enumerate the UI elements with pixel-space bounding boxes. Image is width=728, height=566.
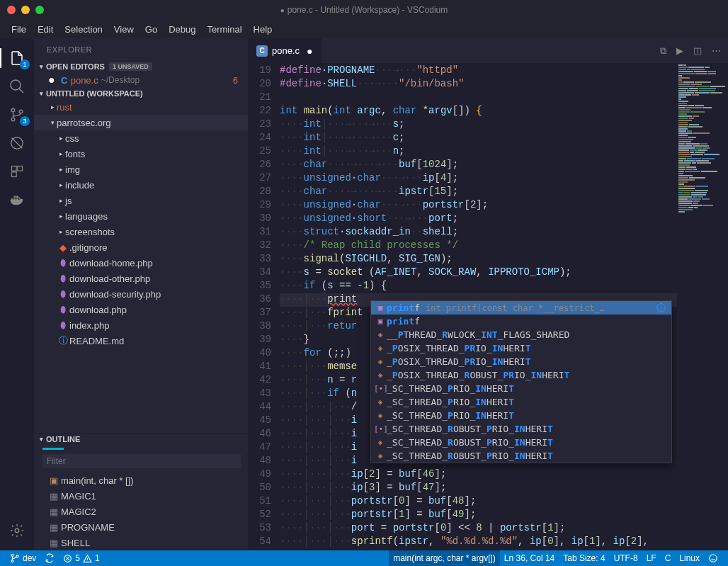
folder-rust[interactable]: ▸ rust <box>34 99 248 115</box>
folder-languages[interactable]: ▸languages <box>34 208 248 224</box>
folder-include[interactable]: ▸include <box>34 177 248 193</box>
open-editors-header[interactable]: ▾ OPEN EDITORS 1 UNSAVED <box>34 61 248 72</box>
outline-item-shell[interactable]: ▦SHELL <box>34 535 248 550</box>
menu-help[interactable]: Help <box>248 24 278 35</box>
minimap[interactable] <box>677 63 728 550</box>
menu-view[interactable]: View <box>108 24 140 35</box>
method-icon: ▣ <box>50 475 61 486</box>
menu-debug[interactable]: Debug <box>163 24 201 35</box>
close-window-button[interactable] <box>7 6 16 14</box>
folder-fonts[interactable]: ▸fonts <box>34 146 248 162</box>
activity-docker[interactable] <box>0 186 34 214</box>
maximize-window-button[interactable] <box>35 6 44 14</box>
autocomplete-popup[interactable]: ▣printfint printf(const char *__restrict… <box>370 300 672 463</box>
autocomplete-item[interactable]: ◈_POSIX_THREAD_ROBUST_PRIO_INHERIT <box>371 368 671 382</box>
php-icon: ⬮ <box>57 257 69 268</box>
autocomplete-item[interactable]: [∙]_SC_THREAD_ROBUST_PRIO_INHERIT <box>371 422 671 436</box>
info-icon[interactable]: ⓘ <box>654 302 669 315</box>
status-branch[interactable]: dev <box>6 550 40 566</box>
code-view[interactable]: #define·PROGNAME···→···"httpd" #define·S… <box>280 63 677 550</box>
autocomplete-item[interactable]: ◈_POSIX_THREAD_PRIO_INHERIT <box>371 341 671 355</box>
menu-selection[interactable]: Selection <box>59 24 108 35</box>
compare-icon[interactable]: ⧉ <box>660 45 666 57</box>
split-icon[interactable]: ◫ <box>693 45 702 57</box>
method-icon: ▣ <box>374 303 387 312</box>
autocomplete-item[interactable]: ◈_SC_THREAD_PRIO_INHERIT <box>371 409 671 422</box>
activity-extensions[interactable] <box>0 157 34 186</box>
chevron-right-icon: ▸ <box>48 103 57 111</box>
outline-item-magic1[interactable]: ▦MAGIC1 <box>34 488 248 504</box>
tab-bar: C pone.c ● ⧉ ▶ ◫ ⋯ <box>248 38 728 63</box>
open-editor-item[interactable]: ● C pone.c ~/Desktop 6 <box>34 72 248 88</box>
folder-css[interactable]: ▸css <box>34 130 248 146</box>
outline-item-magic2[interactable]: ▦MAGIC2 <box>34 504 248 519</box>
svg-point-11 <box>11 560 13 562</box>
menu-edit[interactable]: Edit <box>32 24 59 35</box>
outline-filter-input[interactable] <box>42 454 241 468</box>
sidebar: EXPLORER ▾ OPEN EDITORS 1 UNSAVED ● C po… <box>34 38 248 550</box>
outline-item-progname[interactable]: ▦PROGNAME <box>34 519 248 535</box>
status-position[interactable]: Ln 36, Col 14 <box>500 550 559 566</box>
activity-settings[interactable] <box>0 516 34 545</box>
folder-screenshots[interactable]: ▸screenshots <box>34 224 248 239</box>
autocomplete-item[interactable]: ◈_SC_THREAD_ROBUST_PRIO_INHERIT <box>371 436 671 449</box>
chevron-down-icon: ▾ <box>40 436 43 443</box>
file-readme[interactable]: ⓘREADME.md <box>34 333 248 349</box>
file-index[interactable]: ⬮index.php <box>34 317 248 333</box>
autocomplete-item[interactable]: [∙]_SC_THREAD_PRIO_INHERIT <box>371 382 671 395</box>
autocomplete-item[interactable]: ◈_POSIX_THREAD_PRIO_INHERIT <box>371 355 671 368</box>
outline-item-main[interactable]: ▣main(int, char * []) <box>34 472 248 488</box>
activity-debug[interactable] <box>0 129 34 157</box>
svg-point-9 <box>15 528 19 533</box>
folder-parrotsec[interactable]: ▾ parrotsec.org <box>34 115 248 130</box>
status-eol[interactable]: LF <box>642 550 661 566</box>
status-scope[interactable]: main(int argc, char * argv[]) <box>389 550 500 566</box>
file-gitignore[interactable]: ◆.gitignore <box>34 239 248 255</box>
editor-body[interactable]: 1920212223242526272829303132333435363738… <box>248 63 728 550</box>
file-download-security[interactable]: ⬮download-security.php <box>34 286 248 302</box>
menu-go[interactable]: Go <box>140 24 163 35</box>
tab-pone-c[interactable]: C pone.c ● <box>248 38 322 63</box>
php-icon: ⬮ <box>57 304 69 315</box>
activity-explorer[interactable]: 1 <box>0 44 34 72</box>
run-icon[interactable]: ▶ <box>676 45 683 57</box>
more-icon[interactable]: ⋯ <box>712 45 721 57</box>
autocomplete-item[interactable]: ▣printf <box>371 315 671 328</box>
status-feedback[interactable] <box>704 550 722 566</box>
status-os[interactable]: Linux <box>675 550 704 566</box>
workspace-header[interactable]: ▾ UNTITLED (WORKSPACE) <box>34 88 248 99</box>
autocomplete-item[interactable]: ◈_SC_THREAD_PRIO_INHERIT <box>371 395 671 409</box>
outline-header[interactable]: ▾ OUTLINE <box>34 434 248 445</box>
constant-icon: ▦ <box>50 491 61 502</box>
status-encoding[interactable]: UTF-8 <box>610 550 642 566</box>
status-indent[interactable]: Tab Size: 4 <box>559 550 609 566</box>
menu-terminal[interactable]: Terminal <box>201 24 247 35</box>
svg-point-10 <box>11 554 13 556</box>
constant-icon: ◈ <box>374 411 387 420</box>
status-lang[interactable]: C <box>661 550 676 566</box>
svg-point-2 <box>11 108 15 112</box>
extensions-icon <box>10 164 24 179</box>
autocomplete-item[interactable]: ◈__PTHREAD_RWLOCK_INT_FLAGS_SHARED <box>371 328 671 341</box>
autocomplete-item[interactable]: ◈_SC_THREAD_ROBUST_PRIO_INHERIT <box>371 449 671 463</box>
constant-icon: ◈ <box>374 397 387 407</box>
git-icon: ◆ <box>57 242 69 253</box>
activity-search[interactable] <box>0 72 34 101</box>
file-download[interactable]: ⬮download.php <box>34 302 248 317</box>
status-sync[interactable] <box>40 550 59 566</box>
svg-rect-8 <box>12 172 17 177</box>
constant-icon: ◈ <box>374 357 387 366</box>
chevron-right-icon: ▸ <box>57 150 65 157</box>
autocomplete-item[interactable]: ▣printfint printf(const char *__restrict… <box>371 301 671 315</box>
line-gutter: 1920212223242526272829303132333435363738… <box>248 63 280 550</box>
status-problems[interactable]: 5 1 <box>59 550 103 566</box>
svg-point-14 <box>710 555 717 562</box>
editor-area: C pone.c ● ⧉ ▶ ◫ ⋯ 192021222324252627282… <box>248 38 728 550</box>
file-download-home[interactable]: ⬮download-home.php <box>34 255 248 271</box>
menu-file[interactable]: File <box>6 24 32 35</box>
minimize-window-button[interactable] <box>21 6 30 14</box>
folder-img[interactable]: ▸img <box>34 162 248 177</box>
folder-js[interactable]: ▸js <box>34 193 248 208</box>
activity-scm[interactable]: 3 <box>0 101 34 129</box>
file-download-other[interactable]: ⬮download-other.php <box>34 271 248 286</box>
